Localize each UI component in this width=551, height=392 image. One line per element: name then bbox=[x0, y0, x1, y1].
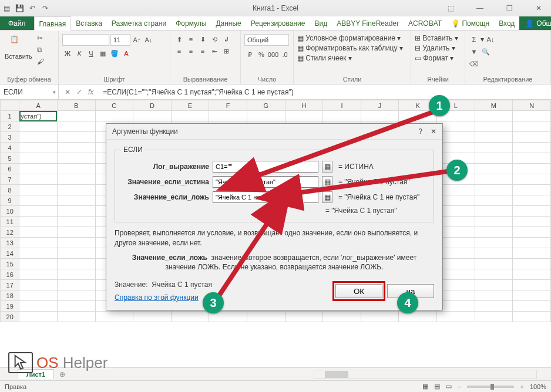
zoom-out-icon[interactable]: − bbox=[458, 383, 461, 390]
cell[interactable] bbox=[95, 111, 133, 121]
column-header[interactable]: N bbox=[513, 100, 551, 111]
clear-icon[interactable]: ⌫ bbox=[469, 59, 479, 69]
cell[interactable] bbox=[513, 132, 551, 143]
font-name-select[interactable] bbox=[62, 34, 109, 46]
conditional-formatting-button[interactable]: ▦ Условное форматирование ▾ bbox=[297, 34, 401, 42]
sheet-tab-1[interactable]: Лист1 bbox=[18, 369, 54, 379]
cell[interactable] bbox=[475, 280, 513, 290]
cell[interactable] bbox=[19, 153, 58, 164]
cut-icon[interactable]: ✂ bbox=[37, 34, 49, 43]
cell[interactable] bbox=[475, 185, 513, 195]
cell[interactable] bbox=[57, 238, 95, 248]
align-center-icon[interactable]: ≡ bbox=[186, 46, 196, 56]
column-header[interactable]: A bbox=[19, 100, 58, 111]
delete-cells-button[interactable]: ⊟ Удалить ▾ bbox=[415, 44, 455, 52]
minimize-icon[interactable]: — bbox=[470, 4, 490, 12]
indent-dec-icon[interactable]: ⇤ bbox=[209, 46, 220, 56]
cell[interactable] bbox=[57, 195, 95, 206]
cell[interactable] bbox=[57, 290, 95, 301]
cell[interactable] bbox=[57, 164, 95, 174]
row-header[interactable]: 16 bbox=[1, 269, 19, 280]
cell[interactable] bbox=[57, 280, 95, 290]
ok-button[interactable]: ОК bbox=[335, 284, 382, 298]
zoom-slider[interactable] bbox=[467, 386, 514, 388]
cell[interactable] bbox=[475, 248, 513, 259]
cell[interactable] bbox=[19, 259, 58, 269]
cell[interactable] bbox=[513, 312, 551, 322]
cell[interactable] bbox=[95, 312, 133, 322]
name-box[interactable]: ЕСЛИ bbox=[0, 85, 59, 99]
cell[interactable] bbox=[171, 111, 209, 121]
arg-false-input[interactable] bbox=[213, 191, 318, 203]
insert-cells-button[interactable]: ⊞ Вставить ▾ bbox=[415, 34, 458, 42]
column-header[interactable]: L bbox=[437, 100, 475, 111]
row-header[interactable]: 12 bbox=[1, 227, 19, 238]
cancel-button[interactable]: на bbox=[387, 284, 434, 298]
row-header[interactable]: 9 bbox=[1, 195, 19, 206]
copy-icon[interactable]: ⧉ bbox=[37, 46, 49, 55]
cell[interactable] bbox=[57, 174, 95, 185]
row-header[interactable]: 13 bbox=[1, 238, 19, 248]
font-size-select[interactable]: 11 bbox=[110, 34, 130, 46]
cell[interactable] bbox=[57, 121, 95, 132]
cell[interactable] bbox=[513, 227, 551, 238]
view-break-icon[interactable]: ▭ bbox=[446, 383, 452, 390]
range-select-icon[interactable]: ▦ bbox=[322, 191, 332, 203]
row-header[interactable]: 1 bbox=[1, 111, 19, 121]
decrease-font-icon[interactable]: A↓ bbox=[143, 35, 154, 45]
cell[interactable] bbox=[513, 195, 551, 206]
column-header[interactable]: C bbox=[95, 100, 133, 111]
tab-view[interactable]: Вид bbox=[310, 16, 332, 30]
cell[interactable] bbox=[475, 227, 513, 238]
orientation-icon[interactable]: ⟲ bbox=[209, 34, 220, 45]
function-help-link[interactable]: Справка по этой функции bbox=[115, 293, 212, 302]
cell[interactable] bbox=[475, 174, 513, 185]
cell[interactable] bbox=[19, 227, 58, 238]
row-header[interactable]: 10 bbox=[1, 206, 19, 217]
cell-styles-button[interactable]: ▦ Стили ячеек ▾ bbox=[297, 54, 352, 62]
tab-acrobat[interactable]: ACROBAT bbox=[404, 16, 446, 30]
column-header[interactable]: H bbox=[285, 100, 323, 111]
cell[interactable] bbox=[247, 312, 285, 322]
cell[interactable] bbox=[437, 111, 475, 121]
cell[interactable] bbox=[475, 290, 513, 301]
cell[interactable] bbox=[361, 312, 399, 322]
cell[interactable] bbox=[475, 206, 513, 217]
tab-data[interactable]: Данные bbox=[211, 16, 246, 30]
cell[interactable] bbox=[475, 132, 513, 143]
dialog-help-icon[interactable]: ? bbox=[418, 127, 422, 136]
column-header[interactable]: F bbox=[209, 100, 247, 111]
column-header[interactable]: B bbox=[57, 100, 95, 111]
cell[interactable] bbox=[19, 217, 58, 227]
cell[interactable] bbox=[209, 111, 247, 121]
range-select-icon[interactable]: ▦ bbox=[322, 176, 332, 188]
border-icon[interactable]: ▦ bbox=[98, 48, 108, 59]
cell[interactable] bbox=[513, 153, 551, 164]
autosum-icon[interactable]: Σ bbox=[469, 34, 479, 45]
font-color-icon[interactable]: A bbox=[121, 48, 132, 59]
arg-log-input[interactable] bbox=[213, 161, 318, 173]
redo-icon[interactable]: ↷ bbox=[41, 4, 49, 12]
tab-review[interactable]: Рецензирование bbox=[246, 16, 310, 30]
column-header[interactable]: G bbox=[247, 100, 285, 111]
format-painter-icon[interactable]: 🖌 bbox=[37, 58, 49, 67]
align-right-icon[interactable]: ≡ bbox=[197, 46, 208, 56]
dialog-close-icon[interactable]: ✕ bbox=[431, 127, 436, 136]
cell[interactable] bbox=[437, 312, 475, 322]
cell[interactable] bbox=[475, 301, 513, 312]
cell[interactable] bbox=[57, 248, 95, 259]
cell[interactable] bbox=[513, 217, 551, 227]
number-format-select[interactable]: Общий bbox=[244, 34, 289, 46]
column-header[interactable]: E bbox=[171, 100, 209, 111]
column-header[interactable]: I bbox=[323, 100, 361, 111]
cell[interactable] bbox=[57, 312, 95, 322]
tab-abbyy[interactable]: ABBYY FineReader bbox=[332, 16, 404, 30]
align-middle-icon[interactable]: ≡ bbox=[186, 34, 196, 45]
row-header[interactable]: 4 bbox=[1, 143, 19, 153]
cell[interactable] bbox=[57, 269, 95, 280]
wrap-text-icon[interactable]: ↲ bbox=[221, 34, 231, 45]
cell[interactable] bbox=[57, 227, 95, 238]
fill-icon[interactable]: ▼ bbox=[469, 46, 479, 57]
row-header[interactable]: 3 bbox=[1, 132, 19, 143]
row-header[interactable]: 14 bbox=[1, 248, 19, 259]
